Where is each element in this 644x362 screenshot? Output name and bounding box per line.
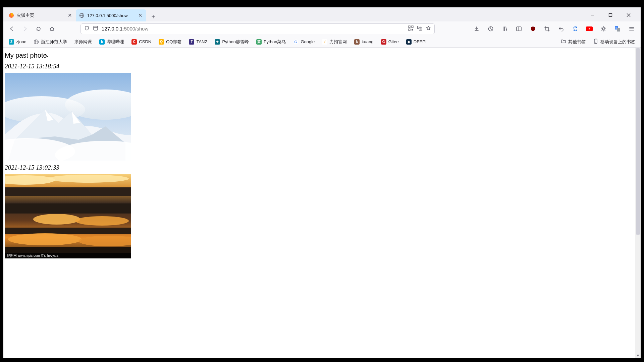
url-path: :5000/show	[123, 26, 149, 32]
scroll-down-icon[interactable]: ▼	[635, 353, 641, 358]
youtube-icon[interactable]	[584, 24, 594, 34]
svg-rect-48	[5, 228, 131, 234]
photo-watermark: 昵图网 www.nipic.com ©Y. hevyxia	[5, 253, 131, 258]
shield-icon[interactable]	[84, 25, 90, 32]
svg-rect-44	[5, 187, 131, 196]
bookmark-tanz[interactable]: TTANZ	[187, 38, 209, 46]
new-tab-button[interactable]: ＋	[148, 11, 158, 21]
bookmarks-folder-other[interactable]: 其他书签	[559, 38, 587, 46]
photo-timestamp: 2021-12-15 13:02:33	[5, 164, 635, 171]
ublock-icon[interactable]	[528, 24, 538, 34]
svg-point-46	[33, 214, 80, 225]
svg-rect-45	[5, 203, 131, 214]
close-window-button[interactable]	[621, 10, 636, 20]
bookmark-python-liao[interactable]: ✈Python廖雪峰	[213, 38, 250, 46]
page-content: My past photo ↖ 2021-12-15 13:18:54	[3, 48, 635, 358]
svg-rect-19	[517, 27, 521, 31]
sidebar-icon[interactable]	[514, 24, 524, 34]
bookmark-csdn[interactable]: CCSDN	[130, 38, 153, 46]
url-bar[interactable]: 127.0.0.1:5000/show 文A	[80, 23, 435, 34]
svg-rect-8	[94, 26, 98, 30]
bookmark-leetcode[interactable]: ✓力扣官网	[321, 38, 348, 46]
undo-icon[interactable]	[556, 24, 566, 34]
downloads-icon[interactable]	[472, 24, 482, 34]
scrollbar[interactable]: ▲ ▼	[635, 48, 641, 358]
close-icon[interactable]: ✕	[138, 13, 143, 18]
tabstrip: 火狐主页 ✕ 127.0.0.1:5000/show ✕ ＋	[3, 7, 641, 21]
svg-rect-24	[617, 28, 620, 32]
maximize-button[interactable]	[603, 10, 618, 20]
bookmark-zjnu[interactable]: 浙江师范大学	[32, 38, 68, 46]
toolbar-right: G	[472, 24, 637, 34]
svg-point-43	[48, 175, 129, 183]
translate-ext-icon[interactable]: G	[612, 24, 623, 34]
bookmark-google[interactable]: GGoogle	[292, 38, 316, 46]
svg-point-49	[8, 233, 82, 245]
bookmark-kuang[interactable]: kkuang	[353, 38, 375, 46]
svg-rect-13	[412, 29, 413, 31]
bookmark-zswk[interactable]: 浙师网课	[73, 38, 93, 46]
globe-icon	[34, 39, 39, 45]
bookmarks-mobile[interactable]: 移动设备上的书签	[592, 38, 637, 46]
url-host: 127.0.0.1	[102, 26, 123, 32]
library-icon[interactable]	[500, 24, 510, 34]
history-icon[interactable]	[486, 24, 496, 34]
folder-icon	[561, 39, 566, 45]
svg-rect-5	[609, 14, 612, 17]
translate-icon[interactable]: 文A	[417, 25, 422, 32]
forward-button[interactable]	[20, 24, 30, 34]
svg-point-35	[595, 43, 596, 43]
bookmark-bilibili[interactable]: b哔哩哔哩	[98, 38, 125, 46]
globe-icon	[79, 13, 85, 18]
home-button[interactable]	[47, 24, 57, 34]
google-icon: G	[293, 39, 299, 45]
bookmark-deepl[interactable]: ◆DEEPL	[405, 38, 429, 46]
browser-window: 火狐主页 ✕ 127.0.0.1:5000/show ✕ ＋	[3, 7, 641, 358]
star-icon[interactable]	[426, 25, 431, 32]
crop-icon[interactable]	[542, 24, 552, 34]
viewport: My past photo ↖ 2021-12-15 13:18:54	[3, 48, 641, 358]
window-controls	[585, 10, 639, 20]
svg-text:G: G	[615, 27, 617, 29]
tab-label: 127.0.0.1:5000/show	[87, 13, 128, 18]
svg-rect-11	[412, 26, 413, 27]
bookmark-qqmail[interactable]: QQQ邮箱	[157, 38, 183, 46]
svg-rect-10	[409, 26, 410, 27]
back-button[interactable]	[7, 24, 17, 34]
page-info-icon[interactable]	[93, 25, 98, 32]
url-text: 127.0.0.1:5000/show	[102, 26, 405, 32]
svg-text:A: A	[420, 28, 421, 30]
close-icon[interactable]: ✕	[67, 13, 72, 18]
bookmark-zjooc[interactable]: Zzjooc	[7, 38, 28, 46]
qr-icon[interactable]	[408, 25, 414, 32]
bookmarks-bar: Zzjooc 浙江师范大学 浙师网课 b哔哩哔哩 CCSDN QQQ邮箱 TTA…	[3, 36, 641, 48]
bookmark-gitee[interactable]: GGitee	[380, 38, 400, 46]
tab-firefox-home[interactable]: 火狐主页 ✕	[5, 9, 76, 21]
phone-icon	[593, 39, 598, 45]
menu-icon[interactable]	[627, 24, 637, 34]
settings-icon[interactable]	[598, 24, 608, 34]
minimize-button[interactable]	[585, 10, 600, 20]
bookmark-python-runoob[interactable]: 菜Python菜鸟	[255, 38, 287, 46]
tab-label: 火狐主页	[17, 12, 34, 18]
firefox-icon	[9, 13, 14, 18]
svg-rect-12	[409, 29, 410, 31]
scroll-thumb[interactable]	[636, 48, 640, 235]
svg-point-22	[602, 28, 604, 30]
svg-point-47	[75, 216, 129, 226]
photo-sunset	[5, 174, 131, 258]
photo-timestamp: 2021-12-15 13:18:54	[5, 63, 635, 70]
svg-text:G: G	[294, 40, 298, 44]
photo-mountain	[5, 73, 131, 161]
navbar: 127.0.0.1:5000/show 文A G	[3, 21, 641, 36]
tab-localhost-show[interactable]: 127.0.0.1:5000/show ✕	[76, 9, 146, 21]
sync-icon[interactable]	[570, 24, 580, 34]
page-title: My past photo	[5, 52, 635, 59]
reload-button[interactable]	[34, 24, 44, 34]
